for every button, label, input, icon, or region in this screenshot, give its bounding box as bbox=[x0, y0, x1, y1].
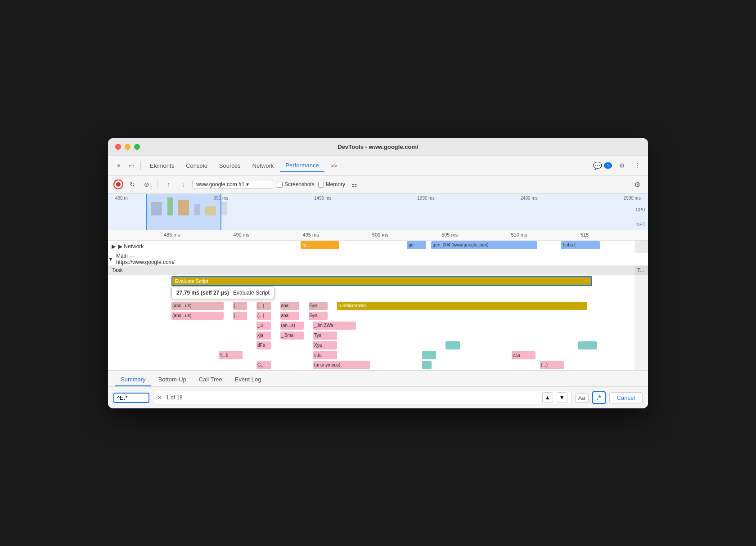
main-label-text: Main — https://www.google.com/ bbox=[116, 253, 175, 265]
search-field: ✕ 1 of 18 ▲ ▼ bbox=[153, 391, 572, 404]
more-icon[interactable]: ⋮ bbox=[632, 160, 643, 171]
time-4: 505 ms bbox=[440, 232, 509, 237]
cancel-button[interactable]: Cancel bbox=[609, 392, 643, 403]
tab-elements[interactable]: Elements bbox=[144, 160, 180, 172]
cpu-label: CPU bbox=[636, 207, 645, 212]
tab-event-log[interactable]: Event Log bbox=[230, 373, 267, 386]
search-input[interactable] bbox=[117, 394, 144, 401]
record-toolbar: ↻ ⊘ ↑ ↓ www.google.com #1 ▾ Screenshots … bbox=[108, 176, 648, 194]
bar-gya2: Gya bbox=[309, 312, 328, 320]
bar-dots2: (...) bbox=[256, 302, 271, 310]
bar-ana: ana bbox=[280, 302, 299, 310]
stop-icon[interactable]: ⊘ bbox=[141, 179, 152, 190]
bar-aous: (ano...us) bbox=[171, 312, 224, 320]
screenshots-checkbox-group: Screenshots bbox=[277, 181, 315, 188]
bar-p1: (... bbox=[233, 312, 248, 320]
row-flame-5: dFa Xya bbox=[108, 340, 648, 350]
clear-icon[interactable]: ✕ bbox=[157, 394, 162, 401]
time-3: 500 ms bbox=[370, 232, 440, 237]
row-content-1: (ano...us) (... (...) ana Gya runMicrota… bbox=[162, 301, 634, 311]
record-button[interactable] bbox=[113, 179, 123, 189]
bar-teal2 bbox=[578, 341, 597, 349]
bar-teal1 bbox=[446, 341, 460, 349]
row-content-5: dFa Xya bbox=[162, 340, 634, 350]
right-overlay bbox=[634, 241, 648, 253]
memory-checkbox[interactable] bbox=[318, 182, 324, 188]
net-label: NET bbox=[636, 222, 645, 227]
notifications-area: 💬 1 bbox=[593, 161, 612, 170]
network-item-2: gen_204 (www.google.com) bbox=[431, 241, 537, 249]
right-mini-area bbox=[634, 266, 648, 370]
tooltip: 27.79 ms (self 27 μs) Evaluate Script bbox=[171, 286, 274, 299]
upload-icon[interactable]: ↑ bbox=[163, 179, 174, 190]
tab-more[interactable]: >> bbox=[325, 160, 343, 172]
next-result-button[interactable]: ▼ bbox=[557, 392, 567, 403]
row-content-4: xja _.$ma Tya bbox=[162, 331, 634, 340]
bar-dots1: (... bbox=[233, 302, 248, 310]
bar-dots3: (...) bbox=[540, 361, 564, 369]
close-button[interactable] bbox=[115, 144, 121, 150]
tab-bottom-up[interactable]: Bottom-Up bbox=[153, 373, 192, 386]
time-1: 490 ms bbox=[231, 232, 301, 237]
time-ruler: 485 ms 490 ms 495 ms 500 ms 505 ms 510 m… bbox=[108, 230, 648, 241]
tooltip-name: Evaluate Script bbox=[233, 290, 270, 296]
bar-ma: _.$ma bbox=[280, 331, 304, 340]
row-left-space bbox=[108, 275, 162, 287]
device-icon[interactable]: ▭ bbox=[126, 160, 137, 171]
bar-ans: (an...s) bbox=[280, 322, 304, 330]
tab-console[interactable]: Console bbox=[180, 160, 213, 172]
search-count: 1 of 18 bbox=[166, 394, 183, 401]
task-row: Task T... bbox=[108, 266, 648, 275]
bar-dfa: dFa bbox=[256, 341, 271, 349]
cursor-icon[interactable]: ⌖ bbox=[113, 160, 124, 171]
fullscreen-button[interactable] bbox=[134, 144, 140, 150]
record-dot bbox=[116, 182, 121, 187]
svg-rect-5 bbox=[221, 202, 227, 215]
url-selector[interactable]: www.google.com #1 ▾ bbox=[192, 180, 273, 189]
network-item-0: m... bbox=[301, 241, 339, 249]
tab-sources[interactable]: Sources bbox=[214, 160, 246, 172]
bar-anon: (anonymous) bbox=[313, 361, 370, 369]
row-flame-6: Y...b e.ta e.ta bbox=[108, 350, 648, 360]
bar-eta1: e.ta bbox=[313, 351, 337, 359]
overview-panel: 490 m 990 ms 1490 ms 1990 ms 2490 ms 299… bbox=[108, 194, 648, 230]
search-input-wrap bbox=[113, 393, 149, 403]
bar-eta2: e.ta bbox=[512, 351, 536, 359]
regex-button[interactable]: .* bbox=[592, 391, 606, 404]
tabs-container: Elements Console Sources Network Perform… bbox=[144, 159, 588, 172]
network-label: ▶ ▶ Network bbox=[112, 243, 166, 250]
flame-chart: Task T... Evaluate Script bbox=[108, 266, 648, 370]
tab-performance[interactable]: Performance bbox=[280, 159, 324, 172]
download-icon[interactable]: ↓ bbox=[178, 179, 189, 190]
search-bar: ✕ 1 of 18 ▲ ▼ Aa .* Cancel bbox=[108, 387, 648, 408]
case-sensitive-button[interactable]: Aa bbox=[575, 393, 589, 403]
sweep-icon[interactable]: ⚏ bbox=[349, 179, 360, 190]
timeline-area: 490 m 990 ms 1490 ms 1990 ms 2490 ms 299… bbox=[108, 194, 648, 371]
devtools-window: DevTools - www.google.com/ ⌖ ▭ Elements … bbox=[108, 138, 648, 408]
refresh-icon[interactable]: ↻ bbox=[127, 179, 138, 190]
row-flame-3: _.x (an...s) _.lm.ZWa bbox=[108, 321, 648, 331]
row-flame-2: (ano...us) (... (...) ana Gya bbox=[108, 311, 648, 321]
tooltip-time: 27.79 ms (self 27 μs) bbox=[176, 290, 229, 296]
separator-1 bbox=[158, 180, 158, 189]
performance-settings-icon[interactable]: ⚙ bbox=[632, 179, 643, 190]
minimize-button[interactable] bbox=[125, 144, 130, 150]
bar-lmzwa: _.lm.ZWa bbox=[313, 322, 356, 330]
dropdown-icon: ▾ bbox=[246, 181, 249, 188]
bar-runmicro: runMicrotasks bbox=[337, 302, 588, 310]
prev-result-button[interactable]: ▲ bbox=[542, 392, 553, 403]
tab-network[interactable]: Network bbox=[247, 160, 279, 172]
evaluate-script-bar[interactable]: Evaluate Script bbox=[171, 276, 592, 286]
row-flame-4: xja _.$ma Tya bbox=[108, 331, 648, 340]
bar-anonymous: (ano...us) bbox=[171, 302, 224, 310]
network-item-3: hpba ( bbox=[561, 241, 600, 249]
main-expand-icon: ▼ bbox=[108, 256, 113, 262]
bar-xya: Xya bbox=[313, 341, 337, 349]
traffic-lights bbox=[115, 144, 140, 150]
tab-call-tree[interactable]: Call Tree bbox=[194, 373, 228, 386]
bar-teal3 bbox=[422, 351, 436, 359]
tab-summary[interactable]: Summary bbox=[115, 373, 151, 386]
screenshots-checkbox[interactable] bbox=[277, 182, 283, 188]
bar-xx: _.x bbox=[256, 322, 271, 330]
settings-icon[interactable]: ⚙ bbox=[616, 160, 627, 171]
